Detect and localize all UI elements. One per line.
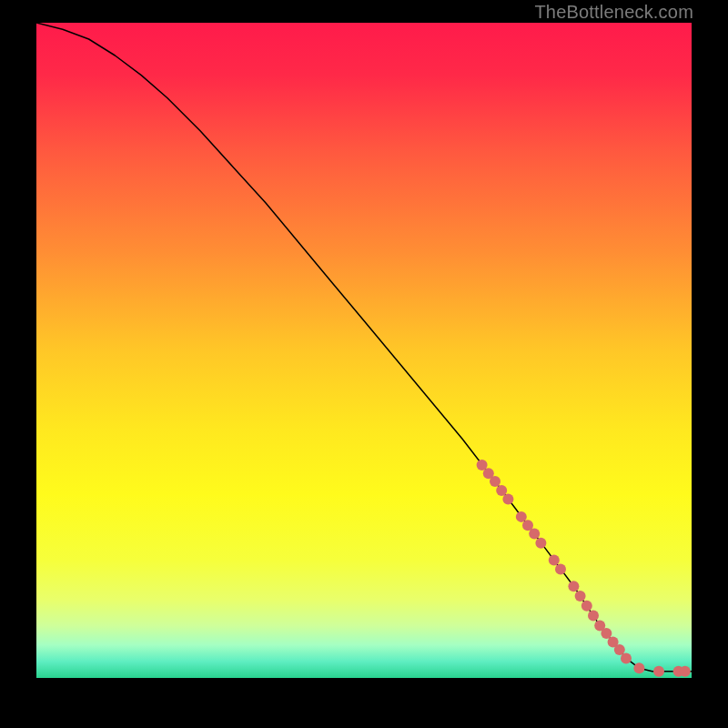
marker-point <box>588 611 599 622</box>
marker-point <box>575 591 586 602</box>
plot-area <box>36 23 692 678</box>
chart-stage: TheBottleneck.com <box>0 0 728 728</box>
marker-point <box>535 538 546 549</box>
marker-point <box>549 554 560 565</box>
watermark-text: TheBottleneck.com <box>534 2 693 23</box>
marker-point <box>568 581 579 592</box>
marker-point <box>653 666 664 677</box>
marker-point <box>621 652 632 663</box>
marker-point <box>502 493 513 504</box>
gradient-background <box>36 23 692 678</box>
chart-svg <box>36 23 692 678</box>
marker-point <box>581 601 592 612</box>
marker-point <box>633 662 644 673</box>
marker-point <box>680 666 691 677</box>
marker-point <box>555 563 566 574</box>
marker-point <box>529 529 540 540</box>
marker-point <box>490 476 500 487</box>
